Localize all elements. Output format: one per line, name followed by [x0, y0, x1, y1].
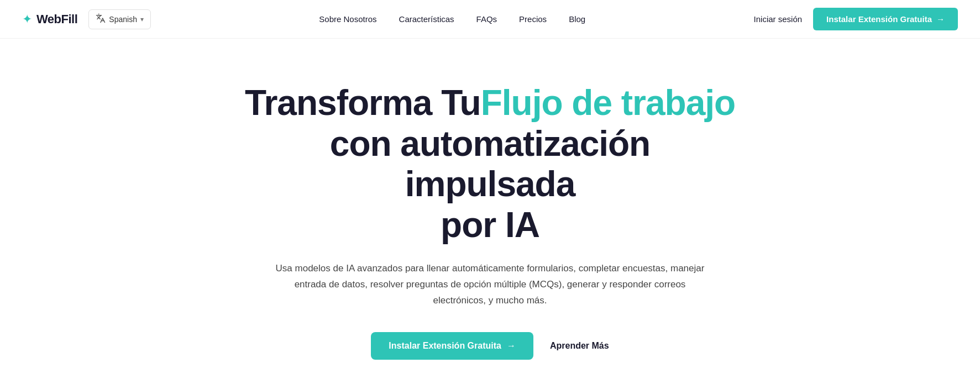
navbar-left: ✦ WebFill Spanish ▾ — [22, 9, 151, 29]
hero-title-part2: con automatización impulsada — [330, 124, 650, 204]
install-extension-button-hero[interactable]: Instalar Extensión Gratuita → — [371, 332, 533, 360]
signin-link[interactable]: Iniciar sesión — [754, 14, 803, 24]
translate-icon — [96, 13, 106, 25]
nav-link-sobre-nosotros[interactable]: Sobre Nosotros — [319, 14, 376, 24]
install-button-nav-label: Instalar Extensión Gratuita — [826, 14, 932, 24]
logo-text: WebFill — [36, 12, 77, 27]
nav-link-caracteristicas[interactable]: Características — [399, 14, 454, 24]
navbar-center: Sobre Nosotros Características FAQs Prec… — [319, 14, 585, 24]
hero-title-highlight: Flujo de trabajo — [481, 83, 735, 123]
hero-title-part3: por IA — [441, 205, 539, 245]
nav-link-precios[interactable]: Precios — [519, 14, 547, 24]
nav-link-blog[interactable]: Blog — [569, 14, 585, 24]
install-button-hero-label: Instalar Extensión Gratuita — [389, 341, 501, 351]
nav-link-faqs[interactable]: FAQs — [476, 14, 497, 24]
hero-section: Transforma TuFlujo de trabajo con automa… — [0, 39, 980, 368]
hero-title-part1: Transforma Tu — [245, 83, 481, 123]
language-label: Spanish — [109, 15, 137, 24]
install-extension-button-nav[interactable]: Instalar Extensión Gratuita → — [813, 8, 958, 30]
chevron-down-icon: ▾ — [140, 15, 144, 23]
learn-more-link[interactable]: Aprender Más — [550, 341, 609, 351]
logo-link[interactable]: ✦ WebFill — [22, 12, 77, 27]
arrow-icon-nav: → — [936, 14, 945, 24]
arrow-icon-hero: → — [507, 341, 516, 351]
hero-actions: Instalar Extensión Gratuita → Aprender M… — [371, 332, 609, 360]
hero-subtitle: Usa modelos de IA avanzados para llenar … — [275, 261, 706, 309]
hero-title: Transforma TuFlujo de trabajo con automa… — [242, 83, 739, 245]
language-selector[interactable]: Spanish ▾ — [88, 9, 151, 29]
navbar: ✦ WebFill Spanish ▾ Sobre Nosotros Carac… — [0, 0, 980, 39]
logo-icon: ✦ — [22, 13, 32, 25]
navbar-right: Iniciar sesión Instalar Extensión Gratui… — [754, 8, 958, 30]
